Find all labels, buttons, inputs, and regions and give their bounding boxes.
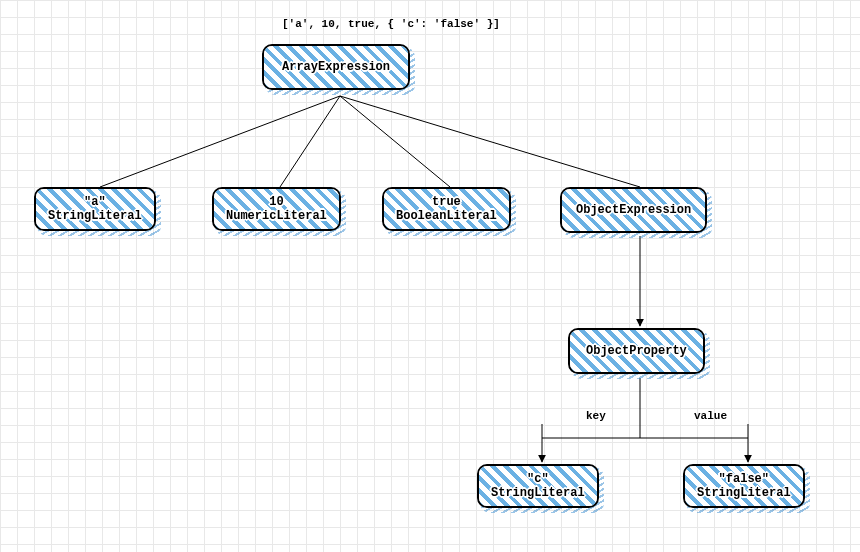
- node-numeric-10: 10 NumericLiteral: [212, 187, 341, 231]
- node-type: StringLiteral: [491, 486, 585, 500]
- node-value: "a": [48, 195, 142, 209]
- node-value: "c": [491, 472, 585, 486]
- node-object-expression: ObjectExpression: [560, 187, 707, 233]
- node-string-a: "a" StringLiteral: [34, 187, 156, 231]
- node-value: "false": [697, 472, 791, 486]
- node-type: StringLiteral: [48, 209, 142, 223]
- edge-label-value: value: [694, 410, 727, 422]
- node-array-expression: ArrayExpression: [262, 44, 410, 90]
- node-type: BooleanLiteral: [396, 209, 497, 223]
- node-value: 10: [226, 195, 327, 209]
- node-type: StringLiteral: [697, 486, 791, 500]
- node-object-property: ObjectProperty: [568, 328, 705, 374]
- node-key-c: "c" StringLiteral: [477, 464, 599, 508]
- node-type: NumericLiteral: [226, 209, 327, 223]
- node-boolean-true: true BooleanLiteral: [382, 187, 511, 231]
- svg-line-2: [340, 96, 450, 187]
- diagram-title: ['a', 10, true, { 'c': 'false' }]: [282, 18, 500, 30]
- svg-line-1: [280, 96, 340, 187]
- svg-line-0: [100, 96, 340, 187]
- node-value: true: [396, 195, 497, 209]
- edge-label-key: key: [586, 410, 606, 422]
- node-label: ArrayExpression: [282, 60, 390, 74]
- node-label: ObjectProperty: [586, 344, 687, 358]
- node-label: ObjectExpression: [576, 203, 691, 217]
- svg-line-3: [340, 96, 640, 187]
- node-value-false: "false" StringLiteral: [683, 464, 805, 508]
